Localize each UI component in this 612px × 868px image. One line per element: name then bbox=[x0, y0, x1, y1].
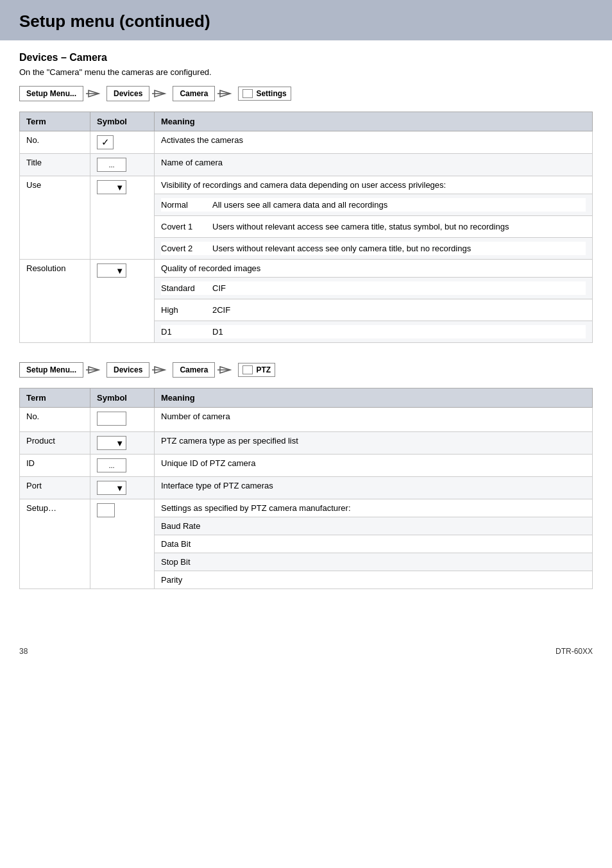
th-symbol-1: Symbol bbox=[90, 112, 155, 131]
meaning-setup-baud: Baud Rate bbox=[155, 517, 593, 535]
res-d1-desc: D1 bbox=[212, 325, 586, 338]
use-normal-desc: All users see all camera data and all re… bbox=[212, 198, 586, 212]
meaning-setup-databit: Data Bit bbox=[155, 535, 593, 553]
symbol-no-2 bbox=[90, 408, 155, 432]
section1-table: Term Symbol Meaning No. ✓ Activates the … bbox=[19, 112, 593, 343]
symbol-port: ▼ bbox=[90, 477, 155, 499]
meaning-port: Interface type of PTZ cameras bbox=[155, 477, 593, 499]
section2: Setup Menu... Devices Camera PTZ Term bbox=[19, 362, 593, 589]
meaning-id: Unique ID of PTZ camera bbox=[155, 455, 593, 477]
table-row: Setup… Settings as specified by PTZ came… bbox=[20, 499, 593, 517]
symbol-title-1: ... bbox=[90, 154, 155, 176]
dropdown-icon-product: ▼ bbox=[97, 436, 126, 450]
nav-ptz-label: PTZ bbox=[256, 365, 271, 374]
nav-arrow-2b bbox=[152, 363, 170, 376]
meaning-setup-intro: Settings as specified by PTZ camera manu… bbox=[155, 499, 593, 517]
table-row: Use ▼ Visibility of recordings and camer… bbox=[20, 176, 593, 194]
table-row: Title ... Name of camera bbox=[20, 154, 593, 176]
res-standard-desc: CIF bbox=[212, 281, 586, 295]
footer-model: DTR-60XX bbox=[556, 647, 593, 656]
nav-camera-1: Camera bbox=[173, 86, 215, 101]
dropdown-icon-resolution: ▼ bbox=[97, 263, 126, 278]
meaning-title-1: Name of camera bbox=[155, 154, 593, 176]
res-high-label: High bbox=[161, 303, 212, 317]
dropdown-icon-use: ▼ bbox=[97, 180, 126, 194]
checkbox-icon: ✓ bbox=[97, 135, 114, 149]
settings-mini-icon bbox=[242, 89, 253, 98]
symbol-product: ▼ bbox=[90, 432, 155, 455]
symbol-use: ▼ bbox=[90, 176, 155, 260]
res-d1-label: D1 bbox=[161, 325, 212, 338]
nav-devices-2: Devices bbox=[106, 362, 149, 378]
section1-nav: Setup Menu... Devices Camera Settings bbox=[19, 86, 593, 101]
use-covert2-label: Covert 2 bbox=[161, 242, 212, 255]
nav-setup-menu-1: Setup Menu... bbox=[19, 86, 83, 101]
nav-settings-1: Settings bbox=[238, 87, 291, 101]
ptz-mini-icon bbox=[242, 365, 253, 374]
term-title-1: Title bbox=[20, 154, 90, 176]
use-covert2-desc: Users without relevant access see only c… bbox=[212, 242, 586, 255]
th-meaning-2: Meaning bbox=[155, 388, 593, 408]
res-high-desc: 2CIF bbox=[212, 303, 586, 317]
term-port: Port bbox=[20, 477, 90, 499]
nav-ptz: PTZ bbox=[238, 363, 275, 377]
dropdown-icon-port: ▼ bbox=[97, 481, 126, 495]
symbol-resolution: ▼ bbox=[90, 260, 155, 343]
use-covert1-desc: Users without relevant access see camera… bbox=[212, 220, 586, 233]
section2-table: Term Symbol Meaning No. Number of camera… bbox=[19, 388, 593, 589]
table-row: Port ▼ Interface type of PTZ cameras bbox=[20, 477, 593, 499]
term-setup: Setup… bbox=[20, 499, 90, 589]
table-row: No. Number of camera bbox=[20, 408, 593, 432]
meaning-no-1: Activates the cameras bbox=[155, 131, 593, 154]
table-row: Resolution ▼ Quality of recorded images bbox=[20, 260, 593, 278]
page-title: Setup menu (continued) bbox=[19, 12, 593, 31]
section2-nav: Setup Menu... Devices Camera PTZ bbox=[19, 362, 593, 378]
nav-arrow-2a bbox=[86, 363, 104, 376]
term-no-2: No. bbox=[20, 408, 90, 432]
nav-arrow-2c bbox=[217, 363, 235, 376]
symbol-id: ... bbox=[90, 455, 155, 477]
meaning-no-2: Number of camera bbox=[155, 408, 593, 432]
th-term-1: Term bbox=[20, 112, 90, 131]
meaning-resolution-intro: Quality of recorded images bbox=[155, 260, 593, 278]
res-standard-label: Standard bbox=[161, 281, 212, 295]
meaning-resolution-d1: D1 D1 bbox=[155, 321, 593, 343]
square-icon bbox=[97, 503, 115, 517]
ellipsis-icon-2: ... bbox=[97, 458, 126, 472]
meaning-resolution-standard: Standard CIF bbox=[155, 278, 593, 299]
meaning-use-normal: Normal All users see all camera data and… bbox=[155, 194, 593, 216]
meaning-resolution-high: High 2CIF bbox=[155, 299, 593, 321]
symbol-no-1: ✓ bbox=[90, 131, 155, 154]
section1: Devices – Camera On the "Camera" menu th… bbox=[19, 52, 593, 343]
meaning-use-covert1: Covert 1 Users without relevant access s… bbox=[155, 216, 593, 238]
term-id: ID bbox=[20, 455, 90, 477]
th-meaning-1: Meaning bbox=[155, 112, 593, 131]
symbol-setup bbox=[90, 499, 155, 589]
meaning-use-intro: Visibility of recordings and camera data… bbox=[155, 176, 593, 194]
nav-devices-1: Devices bbox=[106, 86, 149, 101]
term-resolution: Resolution bbox=[20, 260, 90, 343]
page-footer: 38 DTR-60XX bbox=[0, 634, 612, 662]
nav-settings-label: Settings bbox=[256, 89, 286, 98]
meaning-setup-parity: Parity bbox=[155, 571, 593, 589]
meaning-setup-stopbit: Stop Bit bbox=[155, 553, 593, 571]
section1-title: Devices – Camera bbox=[19, 52, 593, 63]
th-term-2: Term bbox=[20, 388, 90, 408]
th-symbol-2: Symbol bbox=[90, 388, 155, 408]
meaning-use-covert2: Covert 2 Users without relevant access s… bbox=[155, 238, 593, 260]
use-covert1-label: Covert 1 bbox=[161, 220, 212, 233]
table-row: ID ... Unique ID of PTZ camera bbox=[20, 455, 593, 477]
table-row: No. ✓ Activates the cameras bbox=[20, 131, 593, 154]
section1-desc: On the "Camera" menu the cameras are con… bbox=[19, 67, 593, 77]
term-product: Product bbox=[20, 432, 90, 455]
table-row: Product ▼ PTZ camera type as per specifi… bbox=[20, 432, 593, 455]
nav-arrow-1c bbox=[217, 87, 235, 100]
nav-camera-2: Camera bbox=[173, 362, 215, 378]
meaning-product: PTZ camera type as per specified list bbox=[155, 432, 593, 455]
ellipsis-icon: ... bbox=[97, 158, 126, 172]
footer-page-number: 38 bbox=[19, 647, 28, 656]
term-use: Use bbox=[20, 176, 90, 260]
page-header: Setup menu (continued) bbox=[0, 0, 612, 40]
use-normal-label: Normal bbox=[161, 198, 212, 212]
term-no-1: No. bbox=[20, 131, 90, 154]
